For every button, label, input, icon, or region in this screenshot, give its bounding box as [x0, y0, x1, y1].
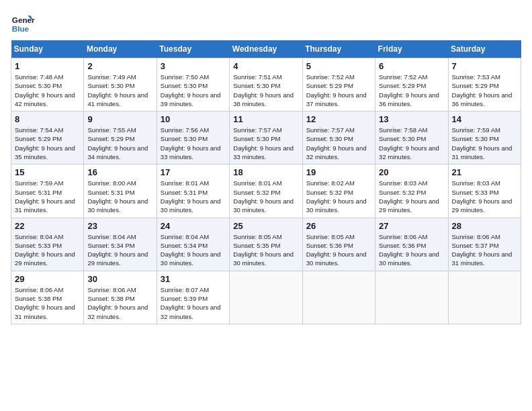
calendar-cell: 13Sunrise: 7:58 AMSunset: 5:30 PMDayligh… [375, 111, 448, 165]
header: General Blue [11, 11, 521, 35]
cell-day-number: 20 [379, 167, 444, 177]
cell-info: Sunrise: 8:01 AMSunset: 5:32 PMDaylight:… [233, 179, 298, 214]
svg-text:Blue: Blue [12, 24, 30, 33]
calendar-cell [375, 271, 448, 324]
cell-day-number: 1 [15, 61, 80, 71]
calendar: SundayMondayTuesdayWednesdayThursdayFrid… [11, 40, 521, 324]
cell-info: Sunrise: 8:00 AMSunset: 5:31 PMDaylight:… [87, 179, 152, 214]
cell-day-number: 23 [87, 221, 152, 231]
calendar-cell: 17Sunrise: 8:01 AMSunset: 5:31 PMDayligh… [157, 165, 229, 218]
weekday-header-row: SundayMondayTuesdayWednesdayThursdayFrid… [11, 40, 521, 58]
cell-day-number: 27 [379, 221, 444, 231]
cell-info: Sunrise: 8:04 AMSunset: 5:33 PMDaylight:… [15, 232, 80, 268]
cell-day-number: 28 [452, 221, 517, 231]
calendar-cell: 25Sunrise: 8:05 AMSunset: 5:35 PMDayligh… [230, 218, 302, 271]
calendar-cell: 31Sunrise: 8:07 AMSunset: 5:39 PMDayligh… [157, 271, 229, 324]
cell-info: Sunrise: 8:01 AMSunset: 5:31 PMDaylight:… [161, 179, 226, 214]
cell-info: Sunrise: 8:06 AMSunset: 5:36 PMDaylight:… [379, 232, 444, 268]
calendar-week-row: 8Sunrise: 7:54 AMSunset: 5:29 PMDaylight… [11, 111, 521, 165]
weekday-header-cell: Monday [84, 40, 157, 58]
calendar-cell: 2Sunrise: 7:49 AMSunset: 5:30 PMDaylight… [84, 58, 157, 111]
calendar-body: 1Sunrise: 7:48 AMSunset: 5:30 PMDaylight… [11, 58, 521, 324]
cell-info: Sunrise: 8:07 AMSunset: 5:39 PMDaylight:… [161, 285, 226, 321]
weekday-header-cell: Wednesday [230, 40, 302, 58]
calendar-cell: 9Sunrise: 7:55 AMSunset: 5:29 PMDaylight… [84, 111, 157, 165]
cell-day-number: 15 [15, 167, 80, 177]
weekday-header-cell: Thursday [302, 40, 375, 58]
calendar-cell [302, 271, 375, 324]
cell-info: Sunrise: 8:04 AMSunset: 5:34 PMDaylight:… [87, 232, 152, 268]
calendar-cell: 15Sunrise: 7:59 AMSunset: 5:31 PMDayligh… [11, 165, 84, 218]
cell-day-number: 16 [87, 167, 152, 177]
cell-day-number: 30 [87, 274, 152, 284]
calendar-week-row: 1Sunrise: 7:48 AMSunset: 5:30 PMDaylight… [11, 58, 521, 111]
calendar-cell: 21Sunrise: 8:03 AMSunset: 5:33 PMDayligh… [448, 165, 521, 218]
cell-day-number: 13 [379, 114, 444, 124]
cell-day-number: 5 [306, 61, 371, 71]
cell-day-number: 10 [161, 114, 226, 124]
cell-day-number: 19 [306, 167, 371, 177]
calendar-cell: 5Sunrise: 7:52 AMSunset: 5:29 PMDaylight… [302, 58, 375, 111]
weekday-header-cell: Friday [375, 40, 448, 58]
calendar-cell: 3Sunrise: 7:50 AMSunset: 5:30 PMDaylight… [157, 58, 229, 111]
cell-day-number: 8 [15, 114, 80, 124]
calendar-cell: 23Sunrise: 8:04 AMSunset: 5:34 PMDayligh… [84, 218, 157, 271]
cell-day-number: 25 [233, 221, 298, 231]
calendar-cell: 6Sunrise: 7:52 AMSunset: 5:29 PMDaylight… [375, 58, 448, 111]
calendar-cell: 4Sunrise: 7:51 AMSunset: 5:30 PMDaylight… [230, 58, 302, 111]
cell-info: Sunrise: 8:06 AMSunset: 5:38 PMDaylight:… [15, 285, 80, 321]
cell-info: Sunrise: 8:06 AMSunset: 5:38 PMDaylight:… [87, 285, 152, 321]
calendar-cell: 18Sunrise: 8:01 AMSunset: 5:32 PMDayligh… [230, 165, 302, 218]
cell-info: Sunrise: 8:03 AMSunset: 5:32 PMDaylight:… [379, 179, 444, 214]
calendar-cell: 16Sunrise: 8:00 AMSunset: 5:31 PMDayligh… [84, 165, 157, 218]
cell-info: Sunrise: 8:06 AMSunset: 5:37 PMDaylight:… [452, 232, 517, 268]
cell-day-number: 11 [233, 114, 298, 124]
cell-info: Sunrise: 7:58 AMSunset: 5:30 PMDaylight:… [379, 126, 444, 161]
cell-day-number: 29 [15, 274, 80, 284]
cell-day-number: 18 [233, 167, 298, 177]
cell-info: Sunrise: 7:56 AMSunset: 5:30 PMDaylight:… [161, 126, 226, 161]
calendar-cell [448, 271, 521, 324]
cell-day-number: 26 [306, 221, 371, 231]
weekday-header-cell: Saturday [448, 40, 521, 58]
cell-info: Sunrise: 7:54 AMSunset: 5:29 PMDaylight:… [15, 126, 80, 161]
calendar-cell: 19Sunrise: 8:02 AMSunset: 5:32 PMDayligh… [302, 165, 375, 218]
svg-text:General: General [12, 15, 35, 24]
calendar-cell: 10Sunrise: 7:56 AMSunset: 5:30 PMDayligh… [157, 111, 229, 165]
cell-day-number: 9 [87, 114, 152, 124]
cell-info: Sunrise: 7:53 AMSunset: 5:29 PMDaylight:… [452, 73, 517, 108]
calendar-cell: 29Sunrise: 8:06 AMSunset: 5:38 PMDayligh… [11, 271, 84, 324]
calendar-cell: 11Sunrise: 7:57 AMSunset: 5:30 PMDayligh… [230, 111, 302, 165]
cell-info: Sunrise: 7:55 AMSunset: 5:29 PMDaylight:… [87, 126, 152, 161]
cell-info: Sunrise: 8:05 AMSunset: 5:36 PMDaylight:… [306, 232, 371, 268]
calendar-cell: 12Sunrise: 7:57 AMSunset: 5:30 PMDayligh… [302, 111, 375, 165]
cell-info: Sunrise: 7:51 AMSunset: 5:30 PMDaylight:… [233, 73, 298, 108]
cell-info: Sunrise: 7:50 AMSunset: 5:30 PMDaylight:… [161, 73, 226, 108]
cell-info: Sunrise: 7:48 AMSunset: 5:30 PMDaylight:… [15, 73, 80, 108]
cell-info: Sunrise: 7:57 AMSunset: 5:30 PMDaylight:… [306, 126, 371, 161]
calendar-week-row: 29Sunrise: 8:06 AMSunset: 5:38 PMDayligh… [11, 271, 521, 324]
cell-day-number: 22 [15, 221, 80, 231]
calendar-cell: 22Sunrise: 8:04 AMSunset: 5:33 PMDayligh… [11, 218, 84, 271]
calendar-week-row: 22Sunrise: 8:04 AMSunset: 5:33 PMDayligh… [11, 218, 521, 271]
cell-info: Sunrise: 7:49 AMSunset: 5:30 PMDaylight:… [87, 73, 152, 108]
cell-day-number: 31 [161, 274, 226, 284]
calendar-week-row: 15Sunrise: 7:59 AMSunset: 5:31 PMDayligh… [11, 165, 521, 218]
cell-day-number: 3 [161, 61, 226, 71]
calendar-cell: 7Sunrise: 7:53 AMSunset: 5:29 PMDaylight… [448, 58, 521, 111]
cell-info: Sunrise: 8:04 AMSunset: 5:34 PMDaylight:… [161, 232, 226, 268]
cell-day-number: 6 [379, 61, 444, 71]
cell-day-number: 4 [233, 61, 298, 71]
cell-info: Sunrise: 7:59 AMSunset: 5:30 PMDaylight:… [452, 126, 517, 161]
cell-info: Sunrise: 7:52 AMSunset: 5:29 PMDaylight:… [379, 73, 444, 108]
cell-day-number: 12 [306, 114, 371, 124]
calendar-cell: 28Sunrise: 8:06 AMSunset: 5:37 PMDayligh… [448, 218, 521, 271]
calendar-cell: 26Sunrise: 8:05 AMSunset: 5:36 PMDayligh… [302, 218, 375, 271]
cell-day-number: 14 [452, 114, 517, 124]
cell-day-number: 7 [452, 61, 517, 71]
calendar-cell: 20Sunrise: 8:03 AMSunset: 5:32 PMDayligh… [375, 165, 448, 218]
cell-info: Sunrise: 7:52 AMSunset: 5:29 PMDaylight:… [306, 73, 371, 108]
cell-day-number: 2 [87, 61, 152, 71]
cell-day-number: 24 [161, 221, 226, 231]
cell-info: Sunrise: 8:03 AMSunset: 5:33 PMDaylight:… [452, 179, 517, 214]
